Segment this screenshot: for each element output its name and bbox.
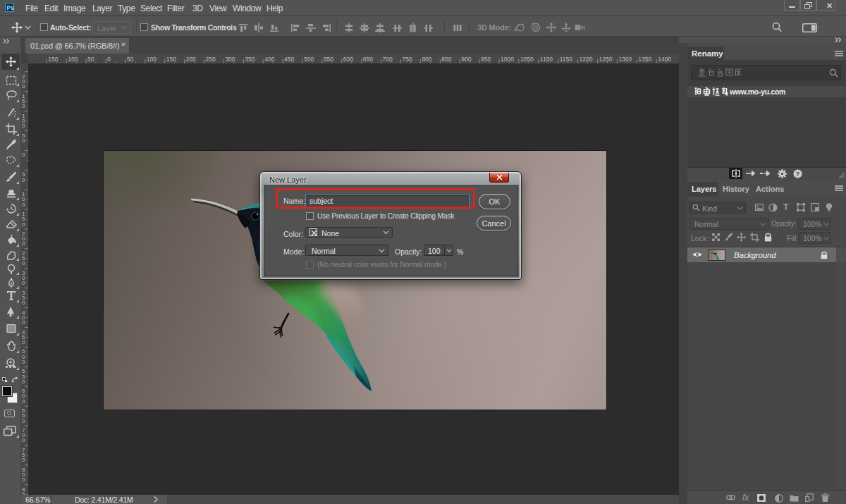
svg-text:1350: 1350 [638, 56, 651, 63]
svg-text:300: 300 [225, 56, 235, 63]
svg-text:0: 0 [22, 477, 25, 483]
svg-text:250: 250 [206, 56, 216, 63]
svg-text:1300: 1300 [618, 56, 632, 63]
svg-text:0: 0 [22, 240, 25, 247]
svg-text:1400: 1400 [658, 56, 671, 63]
svg-text:0: 0 [22, 359, 25, 365]
svg-text:0: 0 [22, 221, 25, 228]
svg-text:600: 600 [343, 56, 353, 63]
svg-text:700: 700 [383, 56, 393, 63]
svg-text:1200: 1200 [580, 56, 593, 63]
svg-text:0: 0 [22, 83, 25, 90]
svg-text:0: 0 [22, 152, 25, 158]
svg-text:0: 0 [107, 56, 111, 63]
svg-text:100: 100 [147, 56, 157, 63]
svg-text:450: 450 [284, 56, 294, 63]
svg-text:0: 0 [22, 339, 25, 345]
svg-text:150: 150 [166, 56, 176, 63]
svg-text:950: 950 [481, 56, 491, 63]
svg-text:850: 850 [441, 56, 451, 63]
svg-text:1100: 1100 [540, 56, 553, 63]
svg-text:0: 0 [22, 103, 25, 109]
svg-text:200: 200 [186, 56, 196, 63]
svg-text:50: 50 [87, 56, 94, 63]
svg-text:?: ? [796, 170, 800, 178]
svg-text:0: 0 [22, 418, 25, 424]
svg-text:0: 0 [22, 398, 25, 405]
svg-text:100: 100 [68, 56, 78, 63]
svg-text:0: 0 [22, 137, 25, 144]
svg-text:1050: 1050 [520, 56, 534, 63]
svg-text:500: 500 [304, 56, 314, 63]
svg-text:750: 750 [403, 56, 412, 63]
svg-text:0: 0 [22, 280, 25, 286]
svg-text:150: 150 [48, 56, 58, 63]
svg-text:1000: 1000 [501, 56, 514, 63]
svg-text:550: 550 [324, 56, 333, 63]
svg-text:0: 0 [22, 123, 25, 129]
svg-text:50: 50 [127, 56, 134, 63]
svg-text:650: 650 [363, 56, 373, 63]
svg-text:0: 0 [22, 177, 25, 183]
svg-text:800: 800 [422, 56, 431, 63]
svg-text:400: 400 [264, 56, 274, 63]
svg-text:0: 0 [22, 260, 25, 266]
svg-text:0: 0 [22, 300, 25, 306]
svg-text:0: 0 [22, 202, 25, 208]
svg-text:350: 350 [245, 56, 255, 63]
svg-text:0: 0 [22, 457, 25, 463]
svg-text:0: 0 [22, 319, 25, 326]
svg-text:1250: 1250 [599, 56, 613, 63]
svg-text:1150: 1150 [560, 56, 573, 63]
svg-text:900: 900 [461, 56, 471, 63]
svg-text:0: 0 [22, 379, 25, 385]
svg-text:0: 0 [22, 437, 25, 443]
